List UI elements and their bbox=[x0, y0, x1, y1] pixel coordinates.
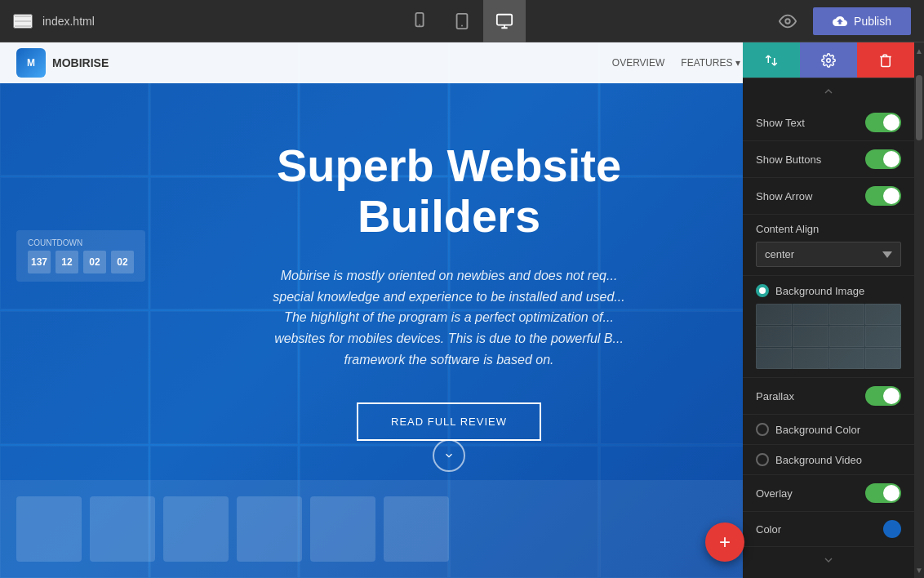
parallax-toggle[interactable] bbox=[865, 386, 901, 406]
hero-title-line1: Superb Website bbox=[277, 140, 621, 191]
background-video-radio[interactable] bbox=[756, 453, 769, 466]
preview-button[interactable] bbox=[779, 12, 797, 30]
hero-subtitle: Mobirise is mostly oriented on newbies a… bbox=[204, 265, 694, 370]
background-video-label: Background Video bbox=[775, 454, 901, 466]
show-text-label: Show Text bbox=[756, 117, 805, 129]
overlay-label: Overlay bbox=[756, 487, 793, 500]
color-swatch[interactable] bbox=[883, 520, 901, 538]
header-right: Publish bbox=[779, 7, 911, 35]
header-left: index.html bbox=[13, 14, 95, 29]
delete-button[interactable] bbox=[857, 42, 914, 78]
show-buttons-knob bbox=[883, 151, 900, 167]
scroll-down-button[interactable] bbox=[433, 439, 465, 472]
show-arrow-row: Show Arrow bbox=[743, 178, 914, 215]
svg-point-1 bbox=[419, 24, 420, 25]
show-arrow-label: Show Arrow bbox=[756, 190, 812, 202]
content-align-section: Content Align left center right bbox=[743, 215, 914, 276]
show-text-row: Show Text bbox=[743, 104, 914, 141]
parallax-label: Parallax bbox=[756, 390, 794, 402]
background-image-radio[interactable] bbox=[756, 284, 769, 297]
show-buttons-row: Show Buttons bbox=[743, 141, 914, 178]
show-buttons-label: Show Buttons bbox=[756, 153, 821, 166]
show-text-knob bbox=[883, 114, 900, 131]
header: index.html Publish bbox=[0, 0, 924, 42]
color-label: Color bbox=[756, 523, 781, 536]
panel-scroll-down[interactable] bbox=[743, 547, 914, 573]
scrollbar-thumb[interactable] bbox=[916, 75, 922, 140]
main-area: M MOBIRISE OVERVIEW FEATURES ▾ HELP ▾ DO… bbox=[0, 42, 924, 578]
scroll-down-arrow[interactable]: ▼ bbox=[914, 562, 924, 578]
svg-point-5 bbox=[785, 19, 790, 24]
background-video-row: Background Video bbox=[743, 445, 914, 475]
tablet-device-button[interactable] bbox=[441, 0, 483, 42]
settings-panel: Show Text Show Buttons Show Arrow bbox=[743, 42, 914, 578]
nav-link-overview[interactable]: OVERVIEW bbox=[612, 57, 664, 69]
svg-point-3 bbox=[461, 24, 463, 26]
color-row: Color bbox=[743, 512, 914, 547]
publish-button[interactable]: Publish bbox=[813, 7, 911, 35]
desktop-device-button[interactable] bbox=[483, 0, 526, 42]
panel-toolbar bbox=[743, 42, 914, 78]
scroll-up-arrow[interactable]: ▲ bbox=[914, 42, 924, 59]
thumb-6 bbox=[384, 496, 449, 562]
parallax-knob bbox=[883, 388, 900, 404]
radio-inner bbox=[759, 287, 766, 294]
show-buttons-toggle[interactable] bbox=[865, 149, 901, 169]
hero-title-line2: Builders bbox=[358, 190, 540, 242]
thumb-1 bbox=[16, 496, 82, 562]
background-color-label: Background Color bbox=[775, 424, 901, 436]
svg-point-6 bbox=[827, 58, 831, 62]
overlay-row: Overlay bbox=[743, 475, 914, 512]
background-color-row: Background Color bbox=[743, 415, 914, 445]
background-image-thumbnail[interactable] bbox=[756, 304, 901, 369]
thumb-2 bbox=[90, 496, 155, 562]
mobile-device-button[interactable] bbox=[398, 0, 441, 42]
content-align-select[interactable]: left center right bbox=[756, 242, 901, 267]
content-align-label: Content Align bbox=[756, 223, 901, 235]
preview-arrow bbox=[433, 439, 465, 472]
logo-icon: M bbox=[16, 48, 46, 78]
panel-scroll-up[interactable] bbox=[743, 78, 914, 104]
background-image-label: Background Image bbox=[775, 285, 864, 297]
overlay-knob bbox=[883, 485, 900, 501]
background-color-radio[interactable] bbox=[756, 423, 769, 436]
thumb-3 bbox=[163, 496, 229, 562]
settings-button[interactable] bbox=[800, 42, 857, 78]
filename-label: index.html bbox=[42, 15, 95, 28]
scrollbar[interactable]: ▲ ▼ bbox=[914, 42, 924, 578]
logo-text: MOBIRISE bbox=[52, 56, 109, 69]
panel-scroll-area[interactable]: Show Text Show Buttons Show Arrow bbox=[743, 78, 914, 578]
show-text-toggle[interactable] bbox=[865, 113, 901, 132]
svg-rect-4 bbox=[497, 14, 512, 24]
show-arrow-toggle[interactable] bbox=[865, 186, 901, 206]
thumb-grid bbox=[756, 304, 901, 369]
menu-button[interactable] bbox=[13, 14, 33, 29]
parallax-row: Parallax bbox=[743, 378, 914, 415]
overlay-toggle[interactable] bbox=[865, 483, 901, 503]
device-switcher bbox=[398, 0, 526, 42]
background-image-section: Background Image bbox=[743, 276, 914, 378]
hero-cta-button[interactable]: READ FULL REVIEW bbox=[357, 402, 541, 441]
thumb-5 bbox=[310, 496, 375, 562]
swap-button[interactable] bbox=[743, 42, 800, 78]
show-arrow-knob bbox=[883, 188, 900, 204]
add-fab-button[interactable]: + bbox=[705, 522, 744, 562]
nav-link-features[interactable]: FEATURES ▾ bbox=[681, 57, 740, 69]
preview-logo: M MOBIRISE bbox=[16, 48, 109, 78]
thumb-4 bbox=[237, 496, 302, 562]
background-image-row: Background Image bbox=[756, 284, 901, 297]
